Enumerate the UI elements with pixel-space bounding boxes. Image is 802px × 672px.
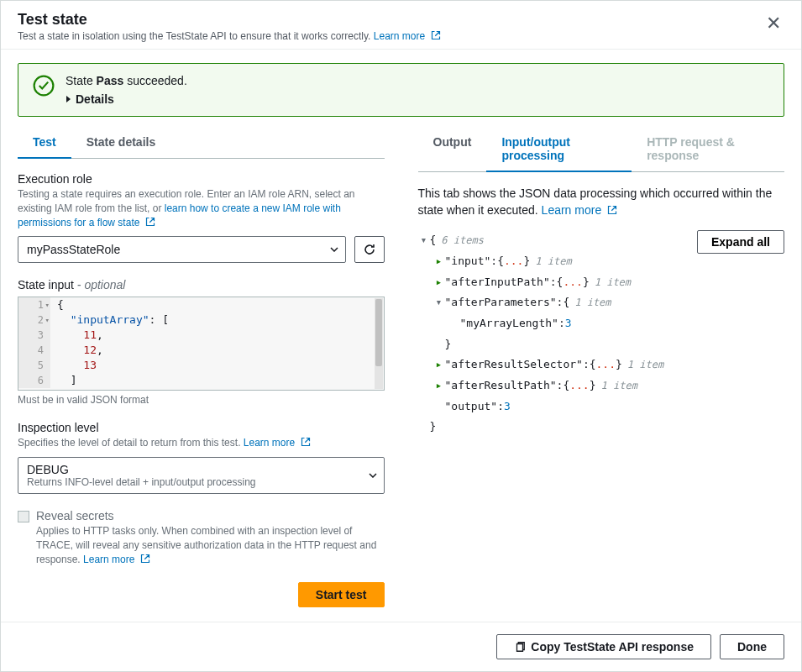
success-icon (32, 74, 55, 97)
dialog-title: Test state (18, 11, 441, 29)
json-tree: Expand all ▾ { 6 items ▸ "input" : {...}… (418, 230, 785, 438)
refresh-icon (363, 243, 376, 256)
external-link-icon (607, 205, 617, 215)
expand-icon[interactable]: ▸ (433, 272, 445, 293)
collapse-icon[interactable]: ▾ (418, 230, 430, 251)
done-button[interactable]: Done (720, 634, 784, 659)
expand-icon[interactable]: ▸ (433, 251, 445, 272)
success-alert: State Pass succeeded. Details (18, 63, 784, 117)
expand-all-button[interactable]: Expand all (697, 230, 784, 254)
left-tabs: Test State details (18, 127, 385, 159)
alert-title: State Pass succeeded. (66, 74, 770, 87)
copy-response-button[interactable]: Copy TestState API response (496, 634, 711, 659)
tree-after-result-path[interactable]: ▸ "afterResultPath" : {...} 1 item (418, 375, 785, 396)
tab-state-details[interactable]: State details (71, 127, 170, 159)
external-link-icon (145, 217, 155, 227)
right-panel: Output Input/output processing HTTP requ… (401, 127, 802, 622)
external-link-icon (301, 437, 311, 447)
reveal-secrets-desc: Applies to HTTP tasks only. When combine… (36, 524, 385, 566)
reveal-secrets-label: Reveal secrets (36, 509, 385, 522)
chevron-down-icon (330, 247, 338, 252)
tree-root-close: } (418, 417, 785, 438)
expand-icon[interactable]: ▸ (433, 354, 445, 375)
inspection-level-desc: Specifies the level of detail to return … (18, 436, 385, 450)
tab-io-processing[interactable]: Input/output processing (486, 127, 632, 172)
external-link-icon (140, 554, 150, 564)
dialog-footer: Copy TestState API response Done (1, 622, 801, 671)
tree-output: "output" : 3 (418, 396, 785, 417)
state-input-label: State input - optional (18, 278, 385, 291)
reveal-learn-more-link[interactable]: Learn more (83, 554, 150, 565)
tree-after-parameters-close: } (418, 334, 785, 355)
chevron-right-icon (66, 95, 72, 103)
dialog-subtitle: Test a state in isolation using the Test… (18, 30, 441, 42)
refresh-roles-button[interactable] (354, 236, 385, 263)
expand-icon[interactable]: ▸ (433, 375, 445, 396)
tab-output[interactable]: Output (418, 127, 487, 172)
state-input-hint: Must be in valid JSON format (18, 394, 385, 406)
editor-scrollbar[interactable] (375, 298, 383, 389)
close-icon[interactable]: ✕ (763, 11, 784, 36)
io-learn-more-link[interactable]: Learn more (542, 203, 617, 217)
execution-role-desc: Testing a state requires an execution ro… (18, 187, 385, 229)
header-learn-more-link[interactable]: Learn more (374, 30, 441, 42)
tab-http: HTTP request & response (632, 127, 784, 172)
io-desc: This tab shows the JSON data processing … (418, 186, 785, 218)
tree-my-array-length: "myArrayLength" : 3 (418, 313, 785, 334)
copy-icon (514, 641, 526, 653)
state-input-editor[interactable]: 1▾{ 2▾ "inputArray": [ 3 11, 4 12, 5 13 … (18, 297, 385, 391)
tree-after-parameters[interactable]: ▾ "afterParameters" : { 1 item (418, 292, 785, 313)
dialog-header: Test state Test a state in isolation usi… (1, 1, 801, 50)
external-link-icon (431, 30, 441, 40)
left-panel: Test State details Execution role Testin… (1, 127, 401, 622)
tree-input[interactable]: ▸ "input" : {...} 1 item (418, 251, 785, 272)
reveal-secrets-row: Reveal secrets Applies to HTTP tasks onl… (18, 509, 385, 566)
inspection-level-title: Inspection level (18, 421, 385, 434)
tab-test[interactable]: Test (18, 127, 71, 159)
reveal-secrets-checkbox (18, 511, 29, 522)
collapse-icon[interactable]: ▾ (433, 292, 445, 313)
tree-after-input-path[interactable]: ▸ "afterInputPath" : {...} 1 item (418, 272, 785, 293)
alert-details-toggle[interactable]: Details (66, 92, 114, 106)
inspection-learn-more-link[interactable]: Learn more (244, 437, 311, 449)
tree-after-result-selector[interactable]: ▸ "afterResultSelector" : {...} 1 item (418, 354, 785, 375)
inspection-level-select[interactable]: DEBUG Returns INFO-level detail + input/… (18, 457, 385, 494)
execution-role-title: Execution role (18, 172, 385, 186)
execution-role-select[interactable]: myPassStateRole (18, 236, 346, 263)
right-tabs: Output Input/output processing HTTP requ… (418, 127, 785, 172)
start-test-button[interactable]: Start test (298, 582, 385, 607)
chevron-down-icon (369, 473, 377, 478)
